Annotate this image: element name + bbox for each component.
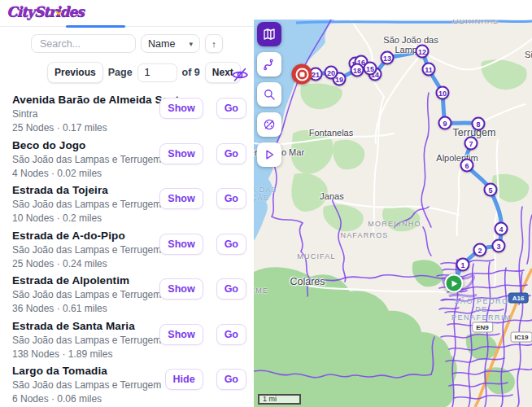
hidden-streets-toggle[interactable] <box>231 67 249 83</box>
street-node-stats: 4 Nodes · 0.02 miles <box>12 168 247 179</box>
street-node-stats: 6 Nodes · 0.06 miles <box>12 393 247 405</box>
street-actions: Show Go <box>159 278 246 300</box>
citystrides-app: CityStrides ⌄ Name ▾ ↑ Previous Page of … <box>0 0 532 407</box>
show-hide-button[interactable]: Show <box>159 143 203 164</box>
go-button[interactable]: Go <box>216 234 246 255</box>
street-node-stats: 36 Nodes · 0.61 miles <box>12 303 247 314</box>
go-button[interactable]: Go <box>216 278 246 300</box>
map-controls <box>257 22 281 167</box>
street-list-item: Estrada de Alpolentim São João das Lampa… <box>0 269 254 314</box>
citystrides-logo: CityStrides <box>7 3 84 20</box>
map-canvas[interactable]: ODRINHASSão João das LampasSiTerrugemAlp… <box>254 20 532 407</box>
sort-direction-button[interactable]: ↑ <box>205 34 223 53</box>
page-count-label: of 9 <box>182 67 200 78</box>
chevron-down-icon: ▾ <box>189 40 193 48</box>
go-button[interactable]: Go <box>216 188 246 209</box>
route-point-marker[interactable]: 9 <box>438 116 452 130</box>
play-icon <box>452 280 458 287</box>
panel-header: CityStrides ⌄ <box>0 0 254 27</box>
street-node-stats: 138 Nodes · 1.89 miles <box>12 348 247 360</box>
route-point-marker[interactable]: 11 <box>422 63 436 77</box>
route-start-marker[interactable] <box>445 274 464 293</box>
show-hide-button[interactable]: Hide <box>165 369 203 390</box>
page-number-input[interactable] <box>137 63 177 82</box>
street-list-item: Avenida Barão de Almeida Santos Sintra 2… <box>0 88 254 133</box>
show-hide-button[interactable]: Show <box>159 188 203 209</box>
route-point-marker[interactable]: 18 <box>351 63 364 77</box>
go-button[interactable]: Go <box>216 98 246 119</box>
street-list-panel: CityStrides ⌄ Name ▾ ↑ Previous Page of … <box>0 0 254 407</box>
search-input[interactable] <box>31 34 136 53</box>
route-point-marker[interactable]: 5 <box>484 183 498 197</box>
street-list-item: Estrada da Tojeira São João das Lampas e… <box>0 178 254 224</box>
route-point-marker[interactable]: 4 <box>495 222 508 236</box>
route-stop-marker[interactable] <box>292 64 312 85</box>
street-list: Avenida Barão de Almeida Santos Sintra 2… <box>0 88 254 405</box>
node-hide-icon <box>262 117 277 132</box>
route-point-marker[interactable]: 20 <box>325 66 338 80</box>
previous-page-button[interactable]: Previous <box>47 62 103 83</box>
route-point-marker[interactable]: 6 <box>460 159 474 173</box>
street-actions: Show Go <box>159 188 246 209</box>
show-hide-button[interactable]: Show <box>159 98 203 119</box>
go-button[interactable]: Go <box>216 369 246 390</box>
play-outline-icon <box>262 147 277 162</box>
search-icon <box>262 87 277 102</box>
route-point-marker[interactable]: 8 <box>472 117 486 131</box>
show-hide-button[interactable]: Show <box>159 234 203 255</box>
sort-select[interactable]: Name ▾ <box>141 34 200 53</box>
street-actions: Show Go <box>159 234 246 255</box>
route-point-marker[interactable]: 15 <box>364 62 377 76</box>
street-actions: Show Go <box>159 324 246 345</box>
sort-select-value: Name <box>148 38 175 50</box>
hide-nodes-button[interactable] <box>257 112 281 137</box>
route-point-marker[interactable]: 3 <box>492 239 506 253</box>
route-point-marker[interactable]: 12 <box>416 45 430 59</box>
map-icon <box>262 27 277 42</box>
map-scale-bar: 1 mi <box>258 394 301 405</box>
street-list-item: Estrada de A-do-Pipo São João das Lampas… <box>0 224 254 269</box>
list-controls: Name ▾ ↑ <box>31 34 223 53</box>
routes-button[interactable] <box>257 52 281 77</box>
page-label: Page <box>108 67 133 78</box>
street-actions: Show Go <box>159 143 246 164</box>
route-point-marker[interactable]: 7 <box>464 137 478 151</box>
street-node-stats: 25 Nodes · 0.17 miles <box>12 122 247 133</box>
pagination: Previous Page of 9 Next <box>47 62 241 83</box>
route-point-marker[interactable]: 2 <box>473 243 487 257</box>
play-activities-button[interactable] <box>257 142 281 167</box>
street-list-item: Largo da Tomadia São João das Lampas e T… <box>0 359 254 405</box>
logo-chevron-icon[interactable]: ⌄ <box>54 3 64 18</box>
go-button[interactable]: Go <box>216 324 246 345</box>
street-actions: Hide Go <box>165 369 246 390</box>
route-point-marker[interactable]: 1 <box>456 258 470 272</box>
go-button[interactable]: Go <box>216 143 246 164</box>
street-list-item: Estrada de Santa Maria São João das Lamp… <box>0 314 254 360</box>
show-hide-button[interactable]: Show <box>159 324 203 345</box>
street-list-item: Beco do Jogo São João das Lampas e Terru… <box>0 133 254 179</box>
street-actions: Show Go <box>159 98 246 119</box>
street-node-stats: 25 Nodes · 0.24 miles <box>12 258 247 269</box>
forest-sintra-hills <box>254 260 515 407</box>
route-icon <box>262 57 277 72</box>
stop-ring <box>295 68 308 81</box>
eye-slash-icon <box>231 67 249 83</box>
active-tab-indicator <box>66 25 125 28</box>
street-node-stats: 10 Nodes · 0.2 miles <box>12 212 247 224</box>
blue-road-top <box>296 21 532 23</box>
stop-icon <box>299 72 304 77</box>
route-point-marker[interactable]: 10 <box>436 86 450 100</box>
map-search-button[interactable] <box>257 82 281 107</box>
route-point-marker[interactable]: 13 <box>381 51 395 65</box>
map-style-button[interactable] <box>257 22 281 46</box>
show-hide-button[interactable]: Show <box>159 278 203 300</box>
